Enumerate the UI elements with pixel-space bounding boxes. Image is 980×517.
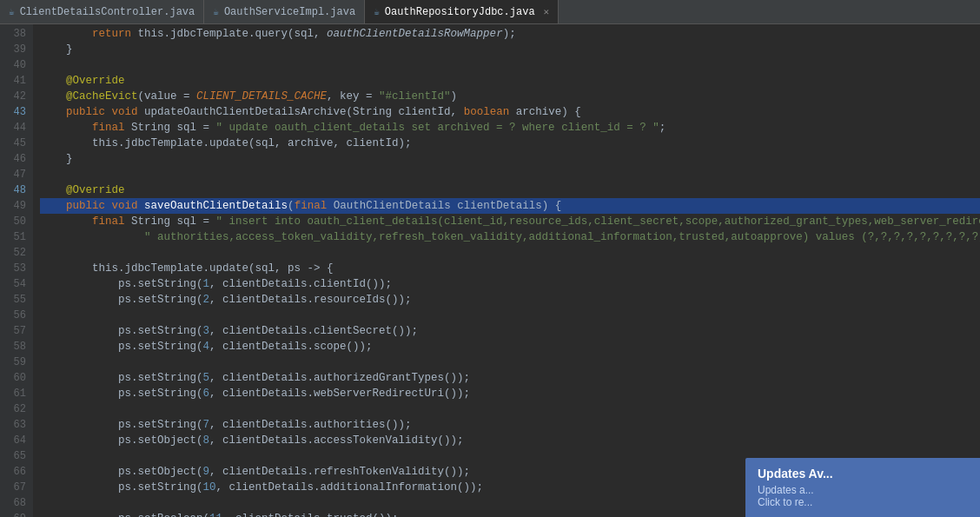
line-number: 49 xyxy=(7,198,26,214)
tab-client-details[interactable]: ☕ ClientDetailsController.java xyxy=(0,0,204,23)
line-number: 42 xyxy=(7,89,26,104)
line-number: 61 xyxy=(7,386,26,401)
close-icon[interactable]: ✕ xyxy=(544,6,550,17)
code-line: ps.setString(2, clientDetails.resourceId… xyxy=(40,292,980,308)
line-number: 48 xyxy=(7,182,26,198)
updates-popup[interactable]: Updates Av... Updates a... Click to re..… xyxy=(745,458,980,517)
file-icon: ☕ xyxy=(374,6,380,17)
line-number: 40 xyxy=(7,57,26,73)
code-line: ps.setString(4, clientDetails.scope()); xyxy=(40,339,980,355)
code-line: ps.setObject(8, clientDetails.accessToke… xyxy=(40,433,980,448)
code-line: } xyxy=(40,42,980,57)
code-line xyxy=(40,308,980,323)
code-line: final String sql = " insert into oauth_c… xyxy=(40,214,980,229)
line-number: 69 xyxy=(7,511,26,517)
code-line: } xyxy=(40,151,980,167)
tab-label: OauthServiceImpl.java xyxy=(224,6,355,18)
file-icon: ☕ xyxy=(9,6,15,17)
line-number: 52 xyxy=(7,245,26,261)
code-line: ps.setString(3, clientDetails.clientSecr… xyxy=(40,323,980,339)
code-line: this.jdbcTemplate.update(sql, ps -> { xyxy=(40,261,980,276)
line-number: 64 xyxy=(7,433,26,448)
code-line xyxy=(40,57,980,73)
line-number: 62 xyxy=(7,401,26,417)
line-numbers: 3839404142434445464748495051525354555657… xyxy=(0,24,33,517)
code-area: 3839404142434445464748495051525354555657… xyxy=(0,24,980,517)
tab-label: OauthRepositoryJdbc.java xyxy=(385,6,535,18)
code-line: final String sql = " update oauth_client… xyxy=(40,120,980,136)
line-number: 66 xyxy=(7,464,26,480)
line-number: 38 xyxy=(7,26,26,42)
updates-body: Updates a... xyxy=(758,484,968,496)
tab-bar: ☕ ClientDetailsController.java ☕ OauthSe… xyxy=(0,0,980,24)
code-line: this.jdbcTemplate.update(sql, archive, c… xyxy=(40,136,980,151)
line-number: 51 xyxy=(7,229,26,245)
file-icon: ☕ xyxy=(213,6,219,17)
code-line: return this.jdbcTemplate.query(sql, oaut… xyxy=(40,26,980,42)
updates-link[interactable]: Click to re... xyxy=(758,496,968,508)
code-line: ps.setString(6, clientDetails.webServerR… xyxy=(40,386,980,401)
line-number: 65 xyxy=(7,448,26,464)
code-line: " authorities,access_token_validity,refr… xyxy=(40,229,980,245)
line-number: 63 xyxy=(7,417,26,433)
code-line: public void updateOauthClientDetailsArch… xyxy=(40,104,980,120)
line-number: 57 xyxy=(7,323,26,339)
code-line: ps.setString(7, clientDetails.authoritie… xyxy=(40,417,980,433)
tab-oauth-repository[interactable]: ☕ OauthRepositoryJdbc.java ✕ xyxy=(365,0,559,23)
line-number: 59 xyxy=(7,355,26,370)
line-number: 41 xyxy=(7,73,26,89)
code-content[interactable]: return this.jdbcTemplate.query(sql, oaut… xyxy=(33,24,980,517)
code-line: public void saveOauthClientDetails(final… xyxy=(40,198,980,214)
line-number: 44 xyxy=(7,120,26,136)
line-number: 46 xyxy=(7,151,26,167)
code-line: @Override xyxy=(40,73,980,89)
code-line xyxy=(40,355,980,370)
tab-label: ClientDetailsController.java xyxy=(20,6,195,18)
code-line xyxy=(40,167,980,182)
line-number: 54 xyxy=(7,276,26,292)
line-number: 56 xyxy=(7,308,26,323)
tab-oauth-service[interactable]: ☕ OauthServiceImpl.java xyxy=(204,0,365,23)
line-number: 55 xyxy=(7,292,26,308)
code-line: @Override xyxy=(40,182,980,198)
code-line: ps.setString(1, clientDetails.clientId()… xyxy=(40,276,980,292)
line-number: 39 xyxy=(7,42,26,57)
line-number: 53 xyxy=(7,261,26,276)
line-number: 58 xyxy=(7,339,26,355)
updates-title: Updates Av... xyxy=(758,467,968,481)
code-line xyxy=(40,401,980,417)
line-number: 43 xyxy=(7,104,26,120)
code-line: ps.setString(5, clientDetails.authorized… xyxy=(40,370,980,386)
line-number: 60 xyxy=(7,370,26,386)
line-number: 45 xyxy=(7,136,26,151)
code-line xyxy=(40,245,980,261)
code-line: @CacheEvict(value = CLIENT_DETAILS_CACHE… xyxy=(40,89,980,104)
line-number: 50 xyxy=(7,214,26,229)
line-number: 47 xyxy=(7,167,26,182)
line-number: 68 xyxy=(7,495,26,511)
line-number: 67 xyxy=(7,480,26,495)
